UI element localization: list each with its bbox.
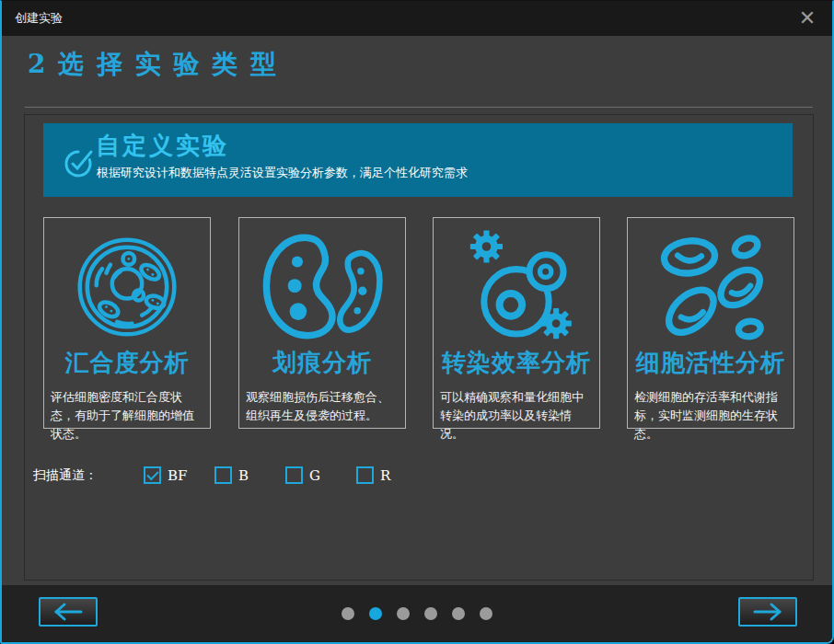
pagination-dot[interactable] xyxy=(480,607,492,620)
card-transfection-analysis[interactable]: 转染效率分析 可以精确观察和量化细胞中转染的成功率以及转染情况。 xyxy=(433,217,600,429)
card-description: 检测细胞的存活率和代谢指标，实时监测细胞的生存状态。 xyxy=(628,388,793,443)
pagination-dot[interactable] xyxy=(424,607,437,620)
step-title: 2 选 择 实 验 类 型 xyxy=(28,47,278,82)
banner-title: 自定义实验 xyxy=(96,130,229,162)
create-experiment-dialog: 创建实验 ✕ 2 选 择 实 验 类 型 自定义实验 根据研究设计和数据特点灵活… xyxy=(0,0,834,644)
next-button[interactable] xyxy=(738,597,797,627)
check-circle-icon xyxy=(63,143,99,179)
card-description: 观察细胞损伤后迁移愈合、组织再生及侵袭的过程。 xyxy=(239,388,405,425)
channel-checkbox[interactable] xyxy=(285,466,303,484)
cell-confluence-icon xyxy=(44,229,210,345)
experiment-type-panel: 自定义实验 根据研究设计和数据特点灵活设置实验分析参数，满足个性化研究需求 xyxy=(24,114,814,581)
window-title: 创建实验 xyxy=(15,10,63,27)
pagination-dot[interactable] xyxy=(397,607,410,620)
scratch-cells-icon xyxy=(239,229,405,345)
card-description: 可以精确观察和量化细胞中转染的成功率以及转染情况。 xyxy=(434,388,599,443)
card-confluence-analysis[interactable]: 汇合度分析 评估细胞密度和汇合度状态，有助于了解细胞的增值状态。 xyxy=(43,217,211,429)
scan-channels-label: 扫描通道： xyxy=(33,467,144,484)
scan-channels-row: 扫描通道： BF B G R xyxy=(33,466,427,484)
channel-checkbox[interactable] xyxy=(144,466,161,484)
pagination-dot[interactable] xyxy=(452,607,465,620)
custom-experiment-banner[interactable]: 自定义实验 根据研究设计和数据特点灵活设置实验分析参数，满足个性化研究需求 xyxy=(43,123,793,197)
left-arrow-icon xyxy=(52,602,85,622)
card-cell-viability-analysis[interactable]: 细胞活性分析 检测细胞的存活率和代谢指标，实时监测细胞的生存状态。 xyxy=(627,217,794,429)
channel-label: B xyxy=(238,467,249,484)
card-title: 汇合度分析 xyxy=(44,347,210,379)
channel-g[interactable]: G xyxy=(285,466,356,484)
card-description: 评估细胞密度和汇合度状态，有助于了解细胞的增值状态。 xyxy=(44,388,210,443)
card-title: 划痕分析 xyxy=(239,347,405,379)
pagination-dots xyxy=(342,607,492,620)
footer-bar xyxy=(2,585,832,642)
banner-subtitle: 根据研究设计和数据特点灵活设置实验分析参数，满足个性化研究需求 xyxy=(97,165,468,181)
back-button[interactable] xyxy=(39,597,98,627)
channel-label: BF xyxy=(168,467,187,484)
channel-bf[interactable]: BF xyxy=(144,466,214,484)
header-separator xyxy=(25,107,813,108)
channel-checkbox[interactable] xyxy=(214,466,232,484)
blood-cells-icon xyxy=(628,229,793,345)
card-scratch-analysis[interactable]: 划痕分析 观察细胞损伤后迁移愈合、组织再生及侵袭的过程。 xyxy=(238,217,406,429)
card-title: 细胞活性分析 xyxy=(628,347,793,379)
pagination-dot[interactable] xyxy=(342,607,354,620)
titlebar: 创建实验 ✕ xyxy=(2,1,832,36)
pagination-dot[interactable] xyxy=(369,607,382,620)
channel-r[interactable]: R xyxy=(356,466,427,484)
channel-label: R xyxy=(380,467,390,484)
channel-b[interactable]: B xyxy=(214,466,285,484)
card-title: 转染效率分析 xyxy=(434,347,599,379)
channel-checkbox[interactable] xyxy=(356,466,374,484)
right-arrow-icon xyxy=(751,602,784,622)
transfection-gears-icon xyxy=(434,229,599,345)
channel-label: G xyxy=(309,467,320,484)
close-icon[interactable]: ✕ xyxy=(793,5,821,32)
